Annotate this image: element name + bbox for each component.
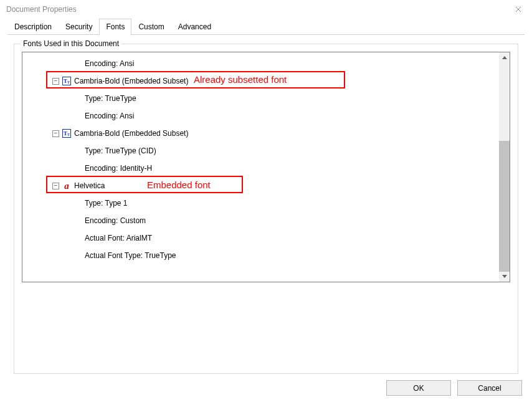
font-property: Type: Type 1 [85, 198, 499, 208]
annotation-text-subset: Already subsetted font [194, 74, 287, 85]
scroll-down-icon[interactable] [499, 271, 510, 282]
font-property: Encoding: Identity-H [85, 163, 499, 173]
font-list: Encoding: Ansi TT Cambria-Bold (Embedded… [22, 52, 510, 282]
font-property: Encoding: Custom [85, 216, 499, 226]
tab-bar: Description Security Fonts Custom Advanc… [0, 19, 532, 35]
collapse-icon[interactable] [52, 78, 59, 85]
truetype-icon: TT [62, 129, 71, 138]
dialog-footer: OK Cancel [386, 380, 522, 396]
tree-item[interactable]: a Helvetica [52, 181, 499, 191]
truetype-icon: TT [62, 77, 71, 85]
font-property: Type: TrueType (CID) [85, 146, 499, 156]
font-name: Helvetica [74, 181, 105, 190]
groupbox-label: Fonts Used in this Document [21, 39, 121, 48]
font-property: Encoding: Ansi [85, 111, 499, 121]
fonts-groupbox: Fonts Used in this Document Encoding: An… [14, 44, 518, 374]
font-name: Cambria-Bold (Embedded Subset) [74, 77, 188, 85]
tree-item[interactable]: TT Cambria-Bold (Embedded Subset) [52, 128, 499, 138]
scrollbar[interactable] [499, 52, 510, 282]
annotation-text-embedded: Embedded font [147, 179, 211, 190]
font-property: Actual Font: ArialMT [85, 233, 499, 243]
font-property: Actual Font Type: TrueType [85, 251, 499, 261]
close-icon[interactable] [505, 0, 532, 19]
font-property: Encoding: Ansi [85, 59, 499, 69]
tab-fonts[interactable]: Fonts [99, 19, 131, 36]
scrollbar-track[interactable] [499, 63, 510, 271]
postscript-icon: a [62, 181, 71, 190]
tab-description[interactable]: Description [7, 19, 59, 35]
collapse-icon[interactable] [52, 183, 59, 189]
window-title: Document Properties [6, 5, 77, 14]
tab-custom[interactable]: Custom [131, 19, 171, 35]
font-name: Cambria-Bold (Embedded Subset) [74, 129, 188, 138]
collapse-icon[interactable] [52, 130, 59, 137]
title-bar: Document Properties [0, 0, 532, 19]
scrollbar-thumb[interactable] [499, 141, 510, 272]
cancel-button[interactable]: Cancel [457, 380, 522, 396]
ok-button[interactable]: OK [386, 380, 451, 396]
tab-security[interactable]: Security [59, 19, 99, 35]
tab-advanced[interactable]: Advanced [171, 19, 218, 35]
font-property: Type: TrueType [85, 93, 499, 103]
scroll-up-icon[interactable] [499, 52, 510, 63]
